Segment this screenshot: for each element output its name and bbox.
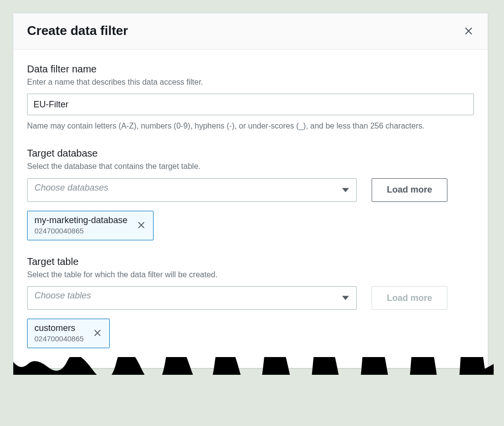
filter-name-label: Data filter name (27, 64, 474, 75)
close-icon[interactable] (463, 26, 474, 36)
remove-table-icon[interactable] (93, 328, 102, 338)
modal-header: Create data filter (13, 13, 488, 50)
selected-database-account: 024700040865 (34, 227, 127, 235)
database-select[interactable]: Choose databases (27, 178, 357, 202)
target-database-label: Target database (27, 148, 474, 159)
table-load-more-button: Load more (372, 286, 447, 310)
selected-database-token: my-marketing-database 024700040865 (27, 211, 154, 240)
target-database-section: Target database Select the database that… (27, 148, 474, 240)
database-load-more-button[interactable]: Load more (372, 178, 447, 202)
selected-table-name: customers (34, 323, 84, 333)
target-table-label: Target table (27, 256, 474, 267)
target-table-section: Target table Select the table for which … (27, 256, 474, 348)
selected-table-account: 024700040865 (34, 334, 84, 343)
remove-database-icon[interactable] (136, 220, 146, 230)
target-table-hint: Select the table for which the data filt… (27, 269, 474, 280)
filter-name-section: Data filter name Enter a name that descr… (27, 64, 474, 132)
filter-name-hint: Enter a name that describes this data ac… (27, 77, 474, 88)
selected-table-token: customers 024700040865 (27, 319, 110, 348)
target-database-hint: Select the database that contains the ta… (27, 161, 474, 172)
create-data-filter-modal: Create data filter Data filter name Ente… (13, 13, 488, 368)
table-select[interactable]: Choose tables (27, 286, 357, 310)
modal-title: Create data filter (27, 23, 128, 38)
selected-database-name: my-marketing-database (34, 215, 127, 226)
filter-name-input[interactable] (27, 94, 474, 115)
filter-name-constraint: Name may contain letters (A-Z), numbers … (27, 120, 474, 132)
